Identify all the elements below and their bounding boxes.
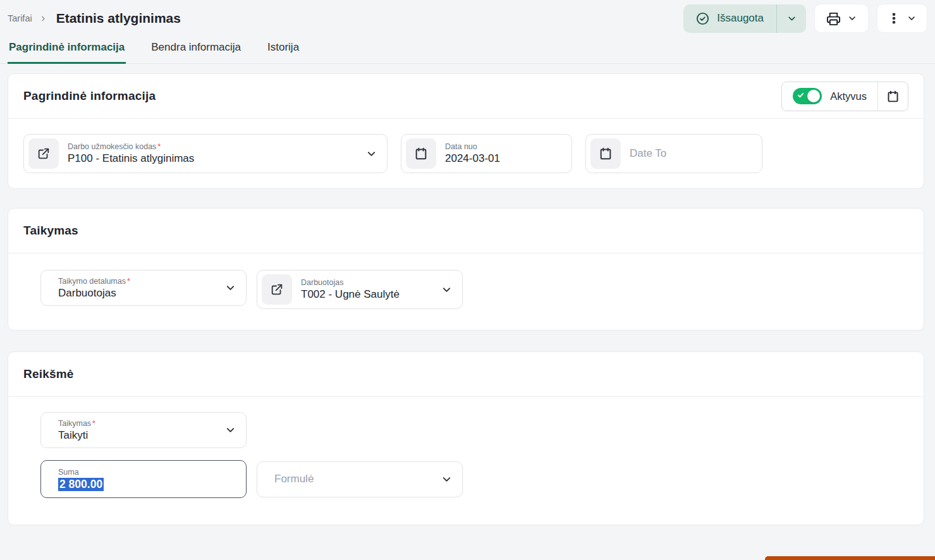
open-record-button[interactable]: [262, 274, 292, 305]
field-value: Darbuotojas: [58, 287, 130, 300]
required-marker: *: [127, 277, 130, 286]
formula-select[interactable]: Formulė: [257, 461, 463, 497]
field-value: T002 - Ugnė Saulytė: [301, 288, 400, 301]
active-toggle-wrap: Aktyvus: [782, 82, 877, 111]
reiksme-card-header: Reikšmė: [8, 352, 924, 397]
field-label: Suma: [58, 468, 104, 477]
field-label: Taikymas*: [58, 419, 95, 428]
page-title: Etatinis atlyginimas: [56, 11, 181, 26]
field-placeholder: Formulė: [274, 473, 314, 485]
printer-icon: [826, 11, 841, 26]
date-from-field[interactable]: Data nuo 2024-03-01: [401, 134, 572, 173]
date-to-field[interactable]: Date To: [585, 134, 762, 173]
chevron-down-icon: [441, 473, 453, 485]
main-info-card: Pagrindinė informacija Aktyvus: [8, 73, 924, 189]
external-link-icon: [270, 283, 284, 296]
saved-button[interactable]: Išsaugota: [683, 4, 776, 33]
calendar-icon: [886, 90, 900, 103]
required-marker: *: [92, 419, 95, 428]
chevron-down-icon: [786, 13, 797, 24]
field-label: Taikymo detalumas*: [58, 277, 130, 286]
bottom-orange-bar[interactable]: [765, 556, 935, 560]
section-title: Pagrindinė informacija: [23, 89, 156, 103]
date-from-calendar-button[interactable]: [406, 138, 436, 169]
chevron-down-icon: [441, 284, 453, 296]
top-bar: Tarifai Etatinis atlyginimas Išsaugota: [0, 0, 935, 33]
section-title: Taikymas: [23, 224, 78, 238]
calendar-icon: [599, 147, 613, 161]
breadcrumb: Tarifai Etatinis atlyginimas: [8, 11, 181, 26]
required-marker: *: [157, 142, 161, 151]
breadcrumb-chevron-icon: [39, 15, 47, 23]
validity-calendar-button[interactable]: [878, 82, 908, 111]
external-link-icon: [37, 147, 51, 161]
chevron-down-icon: [907, 13, 917, 23]
main-info-card-body: Darbo užmokesčio kodas* P100 - Etatinis …: [8, 119, 924, 188]
section-title: Reikšmė: [23, 367, 74, 381]
kebab-menu-icon: [888, 11, 900, 25]
saved-split-button: Išsaugota: [683, 4, 806, 33]
detail-level-select[interactable]: Taikymo detalumas* Darbuotojas: [40, 270, 247, 306]
reiksme-card: Reikšmė Taikymas* Taikyti Suma 2 800.00 …: [8, 351, 924, 525]
taikymas-card-header: Taikymas: [8, 209, 924, 253]
reiksme-second-row: Suma 2 800.00 Formulė: [40, 460, 908, 498]
more-options-button[interactable]: [877, 4, 927, 33]
status-pill: Aktyvus: [781, 82, 908, 111]
application-select[interactable]: Taikymas* Taikyti: [40, 412, 247, 448]
field-value: P100 - Etatinis atlyginimas: [68, 152, 194, 165]
check-icon: [797, 92, 804, 99]
check-circle-icon: [695, 11, 710, 26]
chevron-down-icon: [847, 13, 857, 23]
field-value: 2024-03-01: [445, 152, 500, 165]
tab-istorija[interactable]: Istorija: [266, 35, 300, 64]
saved-dropdown-button[interactable]: [777, 4, 806, 33]
field-label: Darbuotojas: [301, 278, 400, 287]
taikymas-card: Taikymas Taikymo detalumas* Darbuotojas …: [8, 208, 924, 331]
breadcrumb-parent-link[interactable]: Tarifai: [8, 13, 32, 23]
chevron-down-icon: [224, 282, 236, 294]
saved-button-label: Išsaugota: [717, 12, 764, 25]
tab-bendra-informacija[interactable]: Bendra informacija: [150, 35, 242, 64]
field-label: Darbo užmokesčio kodas*: [68, 142, 194, 151]
tab-bar: Pagrindinė informacija Bendra informacij…: [0, 35, 935, 64]
amount-input[interactable]: Suma 2 800.00: [40, 460, 247, 498]
amount-selected-text: 2 800.00: [58, 478, 104, 491]
pay-code-select[interactable]: Darbo užmokesčio kodas* P100 - Etatinis …: [23, 134, 388, 173]
employee-select[interactable]: Darbuotojas T002 - Ugnė Saulytė: [257, 270, 463, 309]
calendar-icon: [414, 147, 428, 161]
chevron-down-icon: [365, 148, 377, 160]
active-toggle-label: Aktyvus: [830, 90, 867, 102]
print-button[interactable]: [814, 4, 869, 33]
toggle-knob: [807, 90, 820, 102]
active-toggle[interactable]: [793, 88, 822, 104]
field-placeholder: Date To: [630, 147, 666, 160]
field-value: Taikyti: [58, 429, 95, 442]
chevron-down-icon: [224, 424, 236, 436]
taikymas-card-body: Taikymo detalumas* Darbuotojas Darbuotoj…: [8, 253, 924, 330]
open-record-button[interactable]: [28, 138, 59, 169]
header-actions: Išsaugota: [683, 4, 927, 33]
main-info-card-header: Pagrindinė informacija Aktyvus: [8, 74, 924, 119]
date-to-calendar-button[interactable]: [590, 138, 621, 169]
reiksme-card-body: Taikymas* Taikyti Suma 2 800.00 Formulė: [8, 397, 924, 525]
tab-pagrindine-informacija[interactable]: Pagrindinė informacija: [8, 35, 126, 64]
field-label: Data nuo: [445, 142, 500, 151]
